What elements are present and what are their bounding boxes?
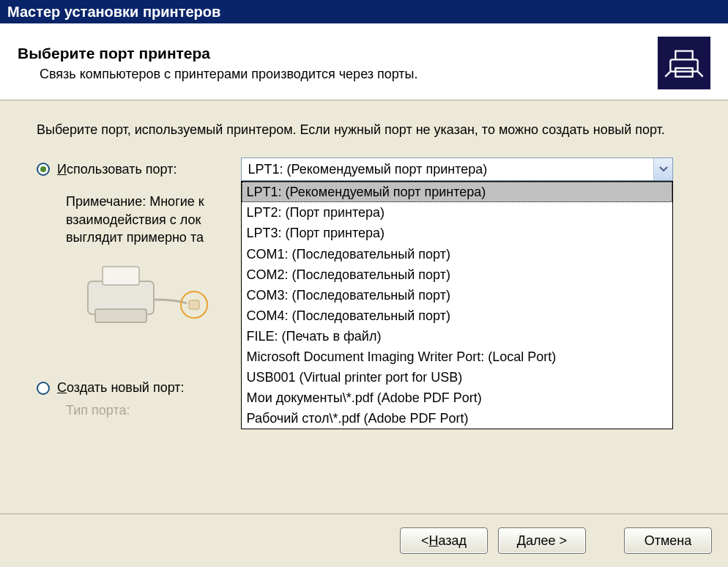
titlebar: Мастер установки принтеров	[0, 0, 728, 23]
footer: < Назад Далее > Отмена	[0, 514, 728, 567]
back-button[interactable]: < Назад	[400, 527, 488, 554]
dropdown-item[interactable]: LPT2: (Порт принтера)	[242, 202, 672, 223]
dropdown-item[interactable]: Рабочий стол\*.pdf (Adobe PDF Port)	[242, 408, 672, 429]
port-combobox[interactable]: LPT1: (Рекомендуемый порт принтера)	[241, 158, 673, 181]
window-title: Мастер установки принтеров	[7, 4, 220, 21]
dropdown-item[interactable]: USB001 (Virtual printer port for USB)	[242, 367, 672, 388]
dropdown-item[interactable]: COM2: (Последовательный порт)	[242, 264, 672, 285]
dropdown-item[interactable]: FILE: (Печать в файл)	[242, 326, 672, 346]
instruction-text: Выберите порт, используемый принтером. Е…	[37, 121, 691, 138]
create-port-radio[interactable]	[37, 382, 50, 395]
dropdown-item[interactable]: COM3: (Последовательный порт)	[242, 285, 672, 305]
port-dropdown: LPT1: (Рекомендуемый порт принтера) LPT2…	[241, 181, 673, 429]
printer-header-icon	[658, 37, 710, 89]
dropdown-item[interactable]: Мои документы\*.pdf (Adobe PDF Port)	[242, 388, 672, 408]
port-combo-wrap: LPT1: (Рекомендуемый порт принтера) LPT1…	[241, 158, 691, 181]
svg-rect-3	[103, 267, 139, 285]
page-title: Выберите порт принтера	[18, 45, 658, 62]
create-port-label[interactable]: Создать новый порт:	[57, 380, 185, 396]
use-port-label[interactable]: Использовать порт:	[57, 162, 177, 177]
svg-rect-0	[670, 59, 697, 71]
dropdown-item[interactable]: LPT3: (Порт принтера)	[242, 223, 672, 243]
svg-rect-4	[95, 309, 146, 322]
header: Выберите порт принтера Связь компьютеров…	[0, 23, 728, 100]
header-text: Выберите порт принтера Связь компьютеров…	[18, 45, 658, 82]
chevron-down-icon[interactable]	[653, 158, 672, 180]
svg-rect-1	[675, 68, 692, 77]
dropdown-item[interactable]: Microsoft Document Imaging Writer Port: …	[242, 346, 672, 367]
svg-rect-6	[189, 300, 199, 309]
port-combobox-value: LPT1: (Рекомендуемый порт принтера)	[242, 158, 653, 180]
use-port-row: Использовать порт: LPT1: (Рекомендуемый …	[37, 158, 691, 181]
dropdown-item[interactable]: COM1: (Последовательный порт)	[242, 244, 672, 264]
page-subtitle: Связь компьютеров с принтерами производи…	[40, 67, 658, 82]
printer-illustration	[81, 259, 227, 336]
content: Выберите порт, используемый принтером. Е…	[0, 100, 728, 426]
use-port-radio[interactable]	[37, 163, 50, 176]
dropdown-item[interactable]: LPT1: (Рекомендуемый порт принтера)	[242, 182, 672, 202]
cancel-button[interactable]: Отмена	[624, 527, 712, 554]
next-button[interactable]: Далее >	[498, 527, 586, 554]
dropdown-item[interactable]: COM4: (Последовательный порт)	[242, 305, 672, 326]
